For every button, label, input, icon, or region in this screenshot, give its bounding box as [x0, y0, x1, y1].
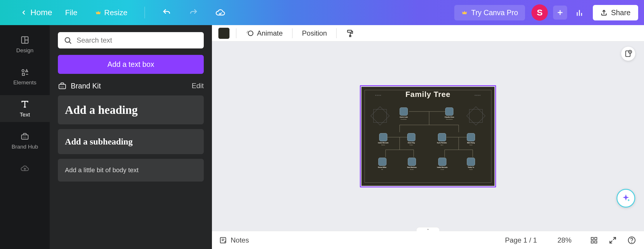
add-text-box-button[interactable]: Add a text box: [58, 55, 204, 74]
person-relation: Aunt: [441, 144, 443, 146]
avatar-thumb: [445, 107, 453, 116]
insights-button[interactable]: [572, 6, 586, 20]
svg-point-9: [22, 69, 24, 72]
shapes-icon: [20, 68, 29, 76]
briefcase-icon: CO.: [20, 132, 29, 141]
rail-item-design[interactable]: Design: [0, 31, 50, 58]
svg-text:CO.: CO.: [23, 136, 27, 139]
undo-button[interactable]: [160, 6, 174, 20]
tree-node[interactable]: Aaron Loeb Grandfather: [400, 107, 408, 120]
fill-color-button[interactable]: [218, 28, 229, 39]
svg-text:CO.: CO.: [60, 86, 64, 88]
tree-node[interactable]: Matt Zhang Uncle: [467, 133, 475, 146]
expand-pages-button[interactable]: [416, 227, 440, 231]
person-name: Isabel Mercado: [437, 166, 448, 168]
add-page-button[interactable]: [621, 47, 635, 61]
person-relation: Me: [381, 169, 383, 170]
redo-icon: [189, 8, 198, 17]
format-painter-button[interactable]: [343, 27, 357, 39]
text-icon: [20, 100, 29, 109]
person-name: Aaron Loeb: [400, 116, 408, 118]
brand-kit-row: CO. Brand Kit Edit: [58, 81, 204, 90]
try-pro-label: Try Canva Pro: [471, 8, 518, 17]
chevron-left-icon: [20, 9, 27, 16]
tree-node[interactable]: Teddy Yu Cousin: [467, 158, 475, 170]
grid-view-button[interactable]: [589, 235, 599, 245]
design-selection[interactable]: Family Tree »»»» ««««: [360, 85, 496, 187]
cloud-sync-button[interactable]: [213, 6, 227, 20]
person-relation: Cousin: [441, 169, 444, 170]
zoom-indicator[interactable]: 28%: [557, 236, 572, 244]
upload-icon: [600, 9, 607, 16]
share-button[interactable]: Share: [593, 5, 638, 20]
grid-icon: [590, 236, 598, 244]
person-name: Claudia Alves: [445, 116, 454, 118]
add-member-button[interactable]: [553, 6, 567, 20]
avatar-thumb: [467, 133, 475, 141]
design-canvas[interactable]: Family Tree »»»» ««««: [361, 87, 495, 186]
svg-rect-11: [22, 73, 25, 76]
home-button[interactable]: Home: [20, 8, 52, 17]
fullscreen-button[interactable]: [608, 235, 618, 245]
text-panel: Add a text box CO. Brand Kit Edit Add a …: [50, 25, 212, 249]
notes-label: Notes: [231, 236, 249, 244]
person-relation: Grandmother: [446, 119, 453, 120]
brand-kit-label: Brand Kit: [71, 82, 101, 90]
context-toolbar: Animate Position: [212, 25, 644, 41]
svg-point-54: [631, 242, 632, 242]
page-indicator[interactable]: Page 1 / 1: [505, 236, 537, 244]
cloud-icon: [215, 8, 225, 18]
svg-rect-50: [595, 241, 597, 243]
redo-button[interactable]: [187, 6, 201, 20]
tree-node[interactable]: Claudia Alves Grandmother: [445, 107, 454, 120]
avatar[interactable]: S: [531, 4, 548, 21]
magic-assist-button[interactable]: [617, 189, 635, 208]
svg-marker-10: [26, 69, 28, 72]
add-heading-button[interactable]: Add a heading: [58, 95, 204, 124]
add-subheading-button[interactable]: Add a subheading: [58, 129, 204, 154]
tree-node[interactable]: Reese Miller Me: [378, 158, 386, 170]
rail-label: Brand Hub: [12, 144, 38, 150]
tree-node[interactable]: Kyrie Petrakis Aunt: [437, 133, 447, 146]
tree-node[interactable]: Isabel Mercado Mother: [378, 133, 389, 146]
left-rail: Design Elements Text CO. Brand Hub: [0, 25, 50, 249]
resize-menu[interactable]: Resize: [90, 6, 132, 20]
person-name: Matt Zhang: [467, 142, 475, 144]
undo-icon: [162, 8, 171, 17]
help-icon: [628, 236, 636, 244]
divider: [236, 28, 236, 38]
rail-label: Text: [20, 112, 30, 118]
search-input-wrapper[interactable]: [58, 32, 204, 48]
avatar-thumb: [438, 158, 446, 166]
chevron-up-icon: [426, 228, 430, 231]
tree-node[interactable]: Drew Feig Father: [407, 133, 415, 146]
layout-icon: [20, 36, 29, 44]
help-button[interactable]: [626, 235, 637, 245]
search-input[interactable]: [77, 36, 198, 44]
rail-item-brand-hub[interactable]: CO. Brand Hub: [0, 127, 50, 154]
divider: [336, 28, 337, 38]
avatar-thumb: [438, 133, 446, 141]
add-body-text-button[interactable]: Add a little bit of body text: [58, 159, 204, 182]
rail-item-text[interactable]: Text: [0, 95, 50, 122]
position-button[interactable]: Position: [299, 27, 330, 39]
brand-kit-edit-button[interactable]: Edit: [192, 82, 204, 90]
person-relation: Cousin: [469, 169, 473, 170]
notes-button[interactable]: Notes: [219, 236, 249, 244]
canvas-stage[interactable]: Family Tree »»»» ««««: [212, 41, 644, 231]
tree-node[interactable]: Isabel Mercado Cousin: [437, 158, 448, 170]
person-relation: Brother: [410, 169, 414, 170]
rail-item-uploads[interactable]: [0, 159, 50, 177]
animate-button[interactable]: Animate: [243, 27, 286, 39]
try-pro-button[interactable]: Try Canva Pro: [454, 5, 525, 20]
rail-item-elements[interactable]: Elements: [0, 63, 50, 90]
rail-label: Elements: [13, 79, 36, 86]
home-label: Home: [30, 8, 52, 17]
file-menu[interactable]: File: [61, 6, 82, 20]
tree-node[interactable]: Dani Martinez Brother: [407, 158, 417, 170]
avatar-thumb: [408, 158, 416, 166]
resize-label: Resize: [104, 8, 127, 17]
divider: [144, 7, 145, 18]
paint-roller-icon: [346, 29, 354, 37]
svg-rect-23: [348, 30, 352, 32]
